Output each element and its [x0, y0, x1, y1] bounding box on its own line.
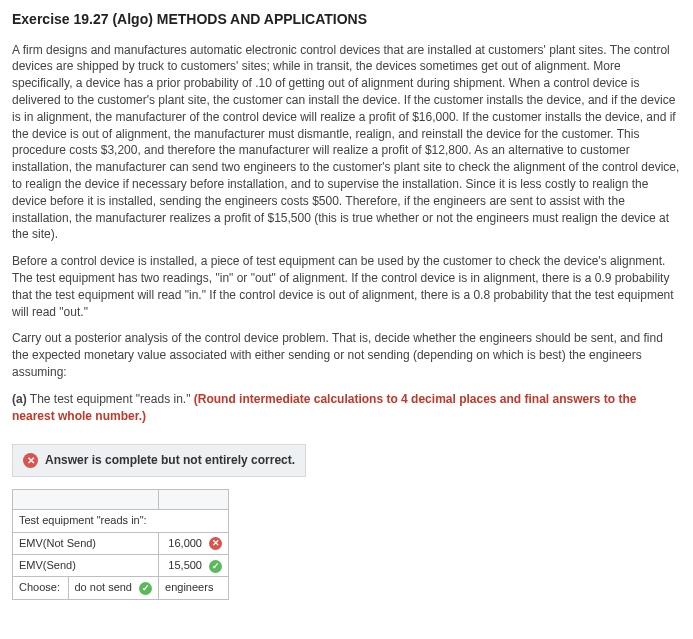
table-row: Choose: do not send ✓ engineers [13, 577, 229, 599]
table-row: EMV(Send) 15,500 ✓ [13, 554, 229, 576]
emv-notsend-value: 16,000 [168, 537, 202, 549]
part-a-status-bar: ✕ Answer is complete but not entirely co… [12, 444, 306, 477]
part-a-table-header: Test equipment "reads in": [13, 510, 229, 532]
emv-send-value-cell[interactable]: 15,500 ✓ [159, 554, 229, 576]
choose-select-cell[interactable]: do not send ✓ [68, 577, 158, 598]
choose-value: do not send [75, 581, 133, 593]
check-circle-icon: ✓ [139, 582, 152, 595]
table-row: EMV(Not Send) 16,000 ✕ [13, 532, 229, 554]
problem-paragraph-2: Before a control device is installed, a … [12, 253, 681, 320]
choose-label: Choose: [13, 577, 68, 598]
exercise-title: Exercise 19.27 (Algo) METHODS AND APPLIC… [12, 10, 681, 30]
choose-suffix: engineers [159, 577, 229, 599]
part-a-answer-table: Test equipment "reads in": EMV(Not Send)… [12, 489, 229, 600]
problem-paragraph-3: Carry out a posterior analysis of the co… [12, 330, 681, 380]
x-circle-icon: ✕ [23, 453, 38, 468]
check-circle-icon: ✓ [209, 560, 222, 573]
table-row: Test equipment "reads in": [13, 510, 229, 532]
emv-send-label: EMV(Send) [13, 554, 159, 576]
emv-notsend-value-cell[interactable]: 16,000 ✕ [159, 532, 229, 554]
emv-send-value: 15,500 [168, 559, 202, 571]
part-a-label: (a) [12, 392, 27, 406]
part-a-text: The test equipment "reads in." [30, 392, 191, 406]
problem-paragraph-1: A firm designs and manufactures automati… [12, 42, 681, 244]
emv-notsend-label: EMV(Not Send) [13, 532, 159, 554]
part-a-status-text: Answer is complete but not entirely corr… [45, 452, 295, 469]
part-a-prompt: (a) The test equipment "reads in." (Roun… [12, 391, 681, 425]
x-circle-icon: ✕ [209, 537, 222, 550]
